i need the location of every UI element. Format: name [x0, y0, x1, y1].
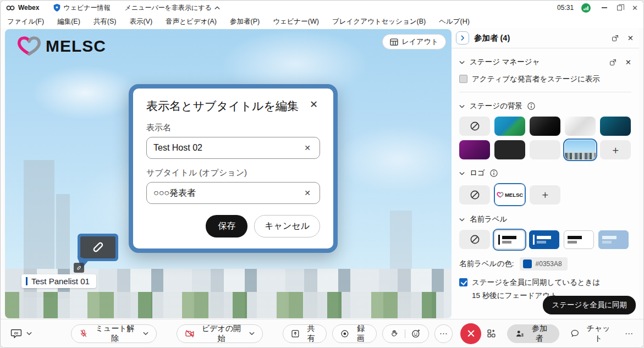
- connection-quality-icon[interactable]: [581, 3, 591, 13]
- display-name-input[interactable]: [153, 143, 302, 153]
- dialog-close-icon[interactable]: ✕: [307, 98, 320, 111]
- clear-display-name-icon[interactable]: ✕: [302, 142, 313, 153]
- background-option-light-gray[interactable]: [530, 140, 560, 159]
- subtitle-input[interactable]: [153, 188, 302, 198]
- record-button[interactable]: 録画: [332, 324, 376, 343]
- chevron-down-icon: [143, 332, 148, 335]
- participants-toggle-label: 参加者: [529, 324, 551, 344]
- apps-button[interactable]: [487, 329, 496, 338]
- webex-window: Webex ウェビナー情報 メニューバーを非表示にする 05:31 ✕ ファイル…: [0, 0, 644, 348]
- meeting-timer: 05:31: [557, 4, 574, 12]
- raise-hand-icon[interactable]: [390, 329, 399, 338]
- info-icon[interactable]: [527, 102, 535, 110]
- leave-meeting-button[interactable]: [460, 323, 481, 344]
- logo-section-header[interactable]: ロゴ: [459, 168, 631, 178]
- clear-subtitle-icon[interactable]: ✕: [302, 187, 313, 198]
- block-icon: [470, 121, 480, 131]
- display-name-label: 表示名: [146, 123, 320, 133]
- popout-panel-icon[interactable]: [612, 35, 619, 42]
- start-video-button[interactable]: ビデオの開始: [177, 324, 263, 343]
- logo-options-row: MELSC ＋: [459, 184, 631, 206]
- color-hex-value: #0353A8: [536, 260, 562, 268]
- unmute-button[interactable]: ミュート解除: [71, 324, 156, 343]
- name-label-option-light-no-bar[interactable]: [564, 230, 594, 249]
- reactions-smiley-icon[interactable]: [411, 329, 421, 338]
- name-label-option-light-bar-selected[interactable]: [494, 230, 525, 249]
- webinar-info-label: ウェビナー情報: [63, 3, 110, 13]
- menu-webinar[interactable]: ウェビナー(W): [273, 17, 319, 26]
- hide-menubar-button[interactable]: メニューバーを非表示にする: [125, 3, 220, 13]
- logo-card-text: MELSC: [505, 192, 523, 198]
- unmute-label: ミュート解除: [92, 324, 138, 344]
- cancel-button[interactable]: キャンセル: [254, 215, 320, 237]
- logo-option-none[interactable]: [459, 185, 490, 205]
- chevron-right-icon: [460, 35, 465, 41]
- start-video-label: ビデオの開始: [198, 324, 244, 344]
- close-stage-manager-icon[interactable]: ✕: [625, 58, 631, 67]
- share-button[interactable]: 共有: [283, 324, 327, 343]
- background-option-purple-gradient[interactable]: [459, 140, 490, 159]
- share-screen-icon: [291, 329, 300, 338]
- participants-toggle-button[interactable]: 参加者: [507, 324, 559, 343]
- sync-fade-checkbox[interactable]: [459, 278, 467, 286]
- name-label-option-none[interactable]: [459, 230, 490, 249]
- name-label-option-translucent[interactable]: [598, 230, 629, 249]
- menu-breakout[interactable]: ブレイクアウトセッション(B): [332, 17, 426, 26]
- background-option-none[interactable]: [459, 117, 490, 136]
- active-speaker-checkbox[interactable]: [459, 75, 467, 83]
- collapse-panel-button[interactable]: [456, 31, 469, 45]
- background-option-black-gradient[interactable]: [530, 117, 560, 136]
- webex-logo-icon: [6, 5, 15, 11]
- name-label-section-header[interactable]: 名前ラベル: [459, 214, 631, 224]
- active-speaker-checkbox-row[interactable]: アクティブな発言者をステージに表示: [459, 74, 631, 84]
- chat-button[interactable]: チャット: [570, 324, 614, 344]
- background-option-dark-gray[interactable]: [494, 140, 525, 159]
- background-option-green-gradient[interactable]: [494, 117, 525, 136]
- name-label-color-label: 名前ラベルの色:: [459, 259, 514, 269]
- stage-manager-header[interactable]: ステージ マネージャ ✕: [459, 57, 631, 67]
- menu-file[interactable]: ファイル(F): [7, 17, 44, 26]
- webinar-info-button[interactable]: ウェビナー情報: [53, 3, 110, 13]
- menu-edit[interactable]: 編集(E): [57, 17, 80, 26]
- background-option-white-gradient[interactable]: [565, 117, 596, 136]
- add-logo-button[interactable]: ＋: [530, 185, 560, 205]
- display-name-field-wrap: ✕: [146, 137, 320, 159]
- chat-bubble-icon: [570, 329, 580, 338]
- closed-captions-button[interactable]: cc: [10, 329, 32, 338]
- popout-stage-manager-icon[interactable]: [609, 59, 617, 66]
- menu-audio-video[interactable]: 音声とビデオ(A): [166, 17, 217, 26]
- menu-share[interactable]: 共有(S): [93, 17, 117, 26]
- layout-button[interactable]: レイアウト: [382, 34, 446, 49]
- panelist-name-label: Test Panelist 01: [21, 274, 96, 288]
- panelist-name-text: Test Panelist 01: [31, 277, 90, 286]
- info-icon[interactable]: [490, 169, 498, 177]
- menu-help[interactable]: ヘルプ(H): [439, 17, 470, 26]
- close-panel-icon[interactable]: ✕: [628, 34, 634, 42]
- apps-grid-icon: [487, 329, 496, 338]
- sync-stage-button[interactable]: ステージを全員に同期: [543, 296, 636, 314]
- background-option-cityscape-selected[interactable]: [565, 140, 596, 159]
- more-options-button[interactable]: ⋯: [434, 324, 453, 343]
- restore-window-button[interactable]: [617, 5, 622, 10]
- background-section-header[interactable]: ステージの背景: [459, 101, 631, 111]
- control-toolbar: cc ミュート解除 ビデオの開始 共有 録画: [1, 319, 643, 347]
- stage-brand-text: MELSC: [46, 37, 106, 56]
- menu-view[interactable]: 表示(V): [129, 17, 152, 26]
- menu-participants[interactable]: 参加者(P): [230, 17, 260, 26]
- camera-off-icon: [185, 329, 195, 338]
- participants-panel: 参加者 (4) ✕ ステージ マネージャ ✕: [452, 28, 639, 319]
- close-window-button[interactable]: ✕: [632, 4, 638, 12]
- name-label-option-blue-bar[interactable]: [529, 230, 559, 249]
- save-button[interactable]: 保存: [206, 215, 247, 237]
- name-label-color-picker[interactable]: #0353A8: [520, 257, 568, 270]
- plus-icon: ＋: [540, 187, 551, 202]
- background-option-teal-gradient[interactable]: [600, 117, 631, 136]
- edit-name-button[interactable]: [74, 263, 84, 273]
- edit-name-callout[interactable]: [78, 234, 118, 261]
- add-background-button[interactable]: ＋: [600, 140, 631, 159]
- more-panels-button[interactable]: ⋯: [625, 329, 634, 339]
- logo-option-melsc-selected[interactable]: MELSC: [494, 184, 525, 206]
- pencil-callout-box: [80, 236, 115, 258]
- minimize-button[interactable]: [602, 7, 607, 8]
- name-label-color-row: 名前ラベルの色: #0353A8: [459, 257, 631, 270]
